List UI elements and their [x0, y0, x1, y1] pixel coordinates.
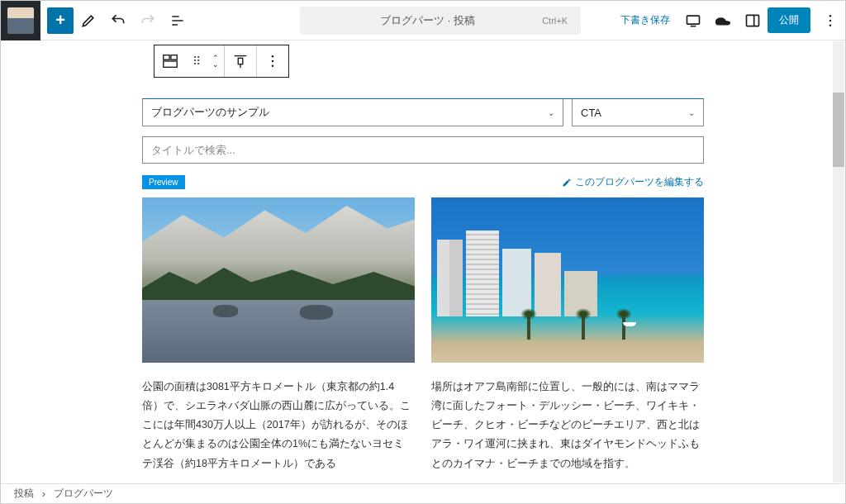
breadcrumb-current[interactable]: ブログパーツ: [54, 487, 113, 501]
svg-rect-6: [164, 55, 169, 60]
editor-canvas: ブログパーツのサンプル ⌄ CTA ⌄ Preview このブログパーツを編集す…: [1, 40, 845, 487]
svg-rect-0: [687, 16, 700, 24]
outline-icon[interactable]: [163, 6, 192, 36]
block-toolbar: ⠿ ⌃⌄: [154, 45, 289, 78]
document-title-bar[interactable]: ブログパーツ · 投稿 Ctrl+K: [300, 7, 581, 35]
site-avatar[interactable]: [1, 1, 40, 40]
edit-blog-part-link[interactable]: このブログパーツを編集する: [562, 175, 704, 189]
svg-point-13: [272, 60, 274, 63]
add-block-button[interactable]: +: [47, 7, 74, 34]
preview-badge: Preview: [142, 175, 185, 189]
search-input[interactable]: [142, 136, 704, 164]
blog-part-select[interactable]: ブログパーツのサンプル ⌄: [142, 99, 563, 126]
preview-card: 公園の面積は3081平方キロメートル（東京都の約1.4倍）で、シエラネバダ山脈の…: [142, 197, 415, 487]
block-more-icon[interactable]: [257, 45, 288, 77]
svg-point-4: [829, 19, 832, 21]
card-text: 場所はオアフ島南部に位置し、一般的には、南はママラ湾に面したフォート・デルッシー…: [431, 378, 704, 473]
card-image-yosemite: [142, 197, 415, 363]
more-options-icon[interactable]: [815, 6, 845, 36]
svg-rect-10: [238, 58, 243, 64]
svg-rect-7: [171, 55, 177, 60]
publish-button[interactable]: 公開: [768, 7, 810, 33]
block-type-icon[interactable]: [154, 45, 186, 77]
svg-rect-1: [747, 15, 759, 26]
svg-point-3: [829, 14, 832, 17]
category-select-label: CTA: [581, 107, 601, 119]
edit-link-label: このブログパーツを編集する: [575, 175, 704, 189]
svg-point-12: [272, 55, 274, 58]
svg-point-5: [829, 24, 832, 26]
blog-part-select-label: ブログパーツのサンプル: [151, 105, 269, 120]
document-title: ブログパーツ · 投稿: [313, 13, 542, 28]
drag-handle-icon[interactable]: ⠿: [186, 45, 207, 77]
breadcrumb: 投稿 › ブログパーツ: [1, 483, 845, 503]
preview-card: 場所はオアフ島南部に位置し、一般的には、南はママラ湾に面したフォート・デルッシー…: [431, 197, 704, 487]
jetpack-icon[interactable]: [708, 6, 738, 36]
edit-tool-icon[interactable]: [74, 6, 103, 36]
breadcrumb-root[interactable]: 投稿: [14, 487, 34, 501]
chevron-down-icon: ⌄: [548, 108, 554, 117]
svg-rect-8: [164, 61, 178, 67]
undo-icon[interactable]: [103, 6, 133, 36]
category-select[interactable]: CTA ⌄: [572, 99, 704, 126]
editor-top-bar: + ブログパーツ · 投稿 Ctrl+K 下書き保存 公開: [1, 1, 845, 40]
redo-icon[interactable]: [133, 6, 163, 36]
save-draft-button[interactable]: 下書き保存: [620, 13, 670, 27]
breadcrumb-separator: ›: [42, 488, 45, 500]
align-icon[interactable]: [225, 45, 256, 77]
svg-point-14: [272, 65, 274, 68]
chevron-down-icon: ⌄: [688, 108, 695, 117]
scrollbar[interactable]: [833, 41, 844, 483]
move-arrows-icon[interactable]: ⌃⌄: [207, 45, 224, 77]
card-image-waikiki: [431, 197, 704, 363]
preview-device-icon[interactable]: [678, 6, 708, 36]
card-text: 公園の面積は3081平方キロメートル（東京都の約1.4倍）で、シエラネバダ山脈の…: [142, 378, 415, 473]
command-shortcut: Ctrl+K: [542, 16, 568, 26]
sidebar-toggle-icon[interactable]: [738, 6, 768, 36]
